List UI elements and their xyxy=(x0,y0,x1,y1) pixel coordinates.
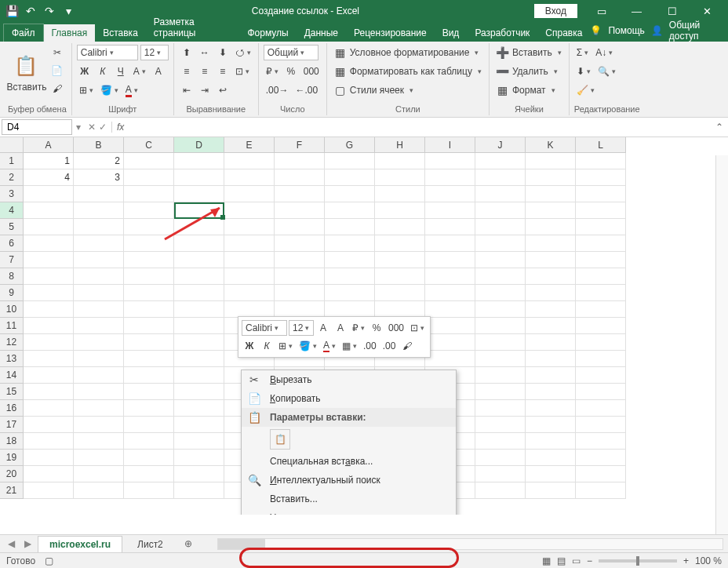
row-header-9[interactable]: 9 xyxy=(0,285,24,301)
cell-E3[interactable] xyxy=(224,186,275,202)
cell-C11[interactable] xyxy=(124,318,174,334)
cell-E5[interactable] xyxy=(224,219,275,235)
cell-C7[interactable] xyxy=(124,252,174,268)
cell-C20[interactable] xyxy=(124,466,174,482)
align-top-icon[interactable]: ⬆ xyxy=(179,45,195,60)
col-header-C[interactable]: C xyxy=(124,137,174,153)
row-header-11[interactable]: 11 xyxy=(0,318,24,334)
cell-B6[interactable] xyxy=(74,235,124,252)
cell-H4[interactable] xyxy=(375,202,425,219)
cell-G4[interactable] xyxy=(325,202,375,219)
cell-B2[interactable]: 3 xyxy=(74,169,124,186)
mini-comma-icon[interactable]: 000 xyxy=(386,320,406,336)
cell-K18[interactable] xyxy=(526,433,576,450)
cell-B14[interactable] xyxy=(74,367,124,384)
cell-A16[interactable] xyxy=(24,400,74,417)
row-header-13[interactable]: 13 xyxy=(0,351,24,367)
cell-A6[interactable] xyxy=(24,235,74,252)
cell-F9[interactable] xyxy=(275,285,325,301)
cell-A4[interactable] xyxy=(24,202,74,219)
cell-A17[interactable] xyxy=(24,417,74,433)
col-header-H[interactable]: H xyxy=(375,137,425,153)
cell-L8[interactable] xyxy=(576,268,626,285)
underline-button[interactable]: Ч xyxy=(113,64,129,79)
macro-record-icon[interactable]: ▢ xyxy=(45,555,53,566)
cell-B8[interactable] xyxy=(74,268,124,285)
cell-D3[interactable] xyxy=(174,186,224,202)
copy-icon[interactable]: 📄 xyxy=(49,63,65,78)
cell-A7[interactable] xyxy=(24,252,74,268)
ribbon-options-icon[interactable]: ▭ xyxy=(584,0,619,22)
align-middle-icon[interactable]: ↔ xyxy=(197,45,213,60)
italic-button[interactable]: К xyxy=(95,64,111,79)
zoom-in-icon[interactable]: + xyxy=(683,555,689,566)
col-header-L[interactable]: L xyxy=(576,137,626,153)
sheet-prev-icon[interactable]: ◀ xyxy=(5,538,18,549)
cell-I5[interactable] xyxy=(425,219,475,235)
cell-H9[interactable] xyxy=(375,285,425,301)
conditional-format-button[interactable]: ▦Условное форматирование xyxy=(332,45,484,60)
tell-me[interactable]: Помощь xyxy=(608,25,644,36)
row-header-5[interactable]: 5 xyxy=(0,219,24,235)
cell-L2[interactable] xyxy=(576,169,626,186)
cell-I11[interactable] xyxy=(425,318,475,334)
sheet-next-icon[interactable]: ▶ xyxy=(21,538,35,549)
cell-J20[interactable] xyxy=(475,466,526,482)
column-headers[interactable]: ABCDEFGHIJKL xyxy=(24,137,626,153)
indent-dec-icon[interactable]: ⇤ xyxy=(179,82,195,98)
tab-data[interactable]: Данные xyxy=(297,24,346,42)
cell-G1[interactable] xyxy=(325,153,375,169)
mini-merge-icon[interactable]: ⊡ xyxy=(408,320,427,336)
row-header-6[interactable]: 6 xyxy=(0,235,24,252)
mini-border-icon[interactable]: ⊞ xyxy=(276,338,295,354)
cell-B13[interactable] xyxy=(74,351,124,367)
cell-C6[interactable] xyxy=(124,235,174,252)
horizontal-scrollbar[interactable] xyxy=(217,538,723,550)
redo-button[interactable]: ↷ xyxy=(41,2,58,20)
mini-decdec-icon[interactable]: .00 xyxy=(380,338,399,354)
cell-F4[interactable] xyxy=(275,202,325,219)
cell-E4[interactable] xyxy=(224,202,275,219)
cell-D19[interactable] xyxy=(174,450,224,466)
ctx-insert[interactable]: Вставить... xyxy=(242,490,456,508)
cell-K1[interactable] xyxy=(526,153,576,169)
cell-G3[interactable] xyxy=(325,186,375,202)
col-header-G[interactable]: G xyxy=(325,137,375,153)
cell-J12[interactable] xyxy=(475,334,526,351)
mini-italic-button[interactable]: К xyxy=(259,338,275,354)
cell-B19[interactable] xyxy=(74,450,124,466)
cell-A2[interactable]: 4 xyxy=(24,169,74,186)
tab-file[interactable]: Файл xyxy=(3,24,44,42)
qat-customize-icon[interactable]: ▾ xyxy=(60,2,77,20)
cell-F3[interactable] xyxy=(275,186,325,202)
font-color-icon[interactable]: A xyxy=(123,82,140,98)
cell-B21[interactable] xyxy=(74,482,124,499)
format-table-button[interactable]: ▦Форматировать как таблицу xyxy=(332,64,484,79)
format-cells-button[interactable]: ▦Формат xyxy=(494,82,564,98)
cell-G2[interactable] xyxy=(325,169,375,186)
ctx-paste-special[interactable]: Специальная вставка... xyxy=(242,452,456,471)
cell-D14[interactable] xyxy=(174,367,224,384)
cell-J8[interactable] xyxy=(475,268,526,285)
cell-D1[interactable] xyxy=(174,153,224,169)
paste-option-icon[interactable]: 📋 xyxy=(270,429,290,450)
cell-A15[interactable] xyxy=(24,384,74,400)
cell-L9[interactable] xyxy=(576,285,626,301)
vertical-scrollbar[interactable] xyxy=(715,155,728,534)
row-header-8[interactable]: 8 xyxy=(0,268,24,285)
cell-K6[interactable] xyxy=(526,235,576,252)
delete-cells-button[interactable]: ➖Удалить xyxy=(494,64,564,79)
cell-E8[interactable] xyxy=(224,268,275,285)
col-header-K[interactable]: K xyxy=(526,137,576,153)
cell-A5[interactable] xyxy=(24,219,74,235)
mini-font-combo[interactable]: Calibri xyxy=(242,320,287,336)
cell-D17[interactable] xyxy=(174,417,224,433)
cell-K12[interactable] xyxy=(526,334,576,351)
mini-currency-icon[interactable]: ₽ xyxy=(350,320,367,336)
tab-view[interactable]: Вид xyxy=(435,24,468,42)
row-headers[interactable]: 123456789101112131415161718192021 xyxy=(0,153,24,499)
cell-C15[interactable] xyxy=(124,384,174,400)
cell-I10[interactable] xyxy=(425,301,475,318)
cell-C1[interactable] xyxy=(124,153,174,169)
cell-L16[interactable] xyxy=(576,400,626,417)
